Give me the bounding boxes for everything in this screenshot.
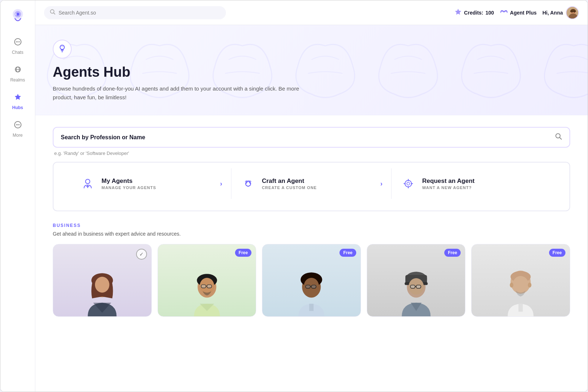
sidebar-item-chats[interactable]: Chats bbox=[3, 34, 32, 59]
agent-plus-label: Agent Plus bbox=[510, 10, 537, 16]
header: Credits: 100 Agent Plus Hi, Anna bbox=[35, 0, 588, 25]
sidebar-item-realms-label: Realms bbox=[10, 77, 25, 83]
svg-point-13 bbox=[17, 124, 18, 125]
svg-rect-47 bbox=[201, 285, 206, 288]
svg-point-6 bbox=[17, 41, 18, 43]
svg-point-2 bbox=[16, 13, 19, 16]
craft-agent-icon bbox=[240, 176, 256, 192]
credits-label: Credits: bbox=[464, 10, 483, 16]
business-section: BUSINESS Get ahead in business with expe… bbox=[35, 223, 588, 328]
svg-point-74 bbox=[510, 283, 513, 288]
agent-card-4[interactable]: Free bbox=[367, 244, 466, 317]
hero-icon bbox=[53, 40, 72, 59]
svg-rect-48 bbox=[207, 285, 211, 288]
agent-card-2[interactable]: Free bbox=[158, 244, 257, 317]
agent-badge-2: Free bbox=[235, 249, 251, 257]
business-description: Get ahead in business with expert advice… bbox=[53, 231, 570, 237]
header-right: Credits: 100 Agent Plus Hi, Anna bbox=[454, 6, 579, 19]
svg-point-14 bbox=[19, 124, 20, 125]
hub-search-section: e.g. 'Randy' or 'Software Developer' bbox=[35, 115, 588, 162]
agent-badge-3: Free bbox=[339, 249, 356, 257]
agent-plus-badge: Agent Plus bbox=[500, 9, 537, 16]
search-icon bbox=[50, 9, 56, 16]
svg-rect-60 bbox=[311, 285, 316, 288]
svg-point-29 bbox=[86, 179, 90, 184]
hub-search-input[interactable] bbox=[61, 134, 551, 141]
more-icon bbox=[13, 120, 22, 131]
svg-point-22 bbox=[574, 11, 575, 13]
svg-rect-59 bbox=[306, 285, 310, 288]
hub-search-bar[interactable] bbox=[53, 127, 570, 148]
header-search-input[interactable] bbox=[59, 10, 220, 16]
my-agents-arrow: › bbox=[220, 180, 222, 188]
svg-point-3 bbox=[15, 13, 17, 15]
agents-grid: ✓ Free bbox=[53, 244, 570, 317]
svg-point-12 bbox=[16, 124, 17, 125]
svg-point-27 bbox=[556, 134, 560, 138]
hero-description: Browse hundreds of done-for-you AI agent… bbox=[53, 84, 307, 102]
sidebar-item-hubs[interactable]: Hubs bbox=[3, 89, 32, 114]
craft-agent-arrow: › bbox=[380, 180, 382, 188]
sidebar-item-chats-label: Chats bbox=[12, 50, 23, 55]
hubs-icon bbox=[13, 93, 22, 104]
agent-card-1[interactable]: ✓ bbox=[53, 244, 152, 317]
agent-card-3[interactable]: Free bbox=[262, 244, 361, 317]
craft-agent-subtitle: CREATE A CUSTOM ONE bbox=[262, 185, 375, 190]
svg-point-36 bbox=[407, 182, 410, 185]
my-agents-text: My Agents MANAGE YOUR AGENTS bbox=[102, 177, 214, 190]
agent-plus-icon bbox=[500, 9, 508, 16]
my-agents-subtitle: MANAGE YOUR AGENTS bbox=[102, 185, 214, 190]
my-agents-icon bbox=[80, 176, 96, 192]
craft-agent-text: Craft an Agent CREATE A CUSTOM ONE bbox=[262, 177, 375, 190]
request-agent-icon bbox=[400, 176, 416, 192]
craft-agent-title: Craft an Agent bbox=[262, 177, 375, 185]
credits-badge: Credits: 100 bbox=[454, 8, 494, 17]
agent-check-badge-1: ✓ bbox=[136, 249, 147, 260]
agent-card-5[interactable]: Free bbox=[471, 244, 570, 317]
svg-marker-17 bbox=[455, 9, 461, 15]
request-agent-card[interactable]: Request an Agent WANT A NEW AGENT? bbox=[392, 168, 552, 199]
sidebar-item-more[interactable]: More bbox=[3, 117, 32, 141]
user-avatar[interactable] bbox=[566, 6, 579, 19]
svg-point-5 bbox=[16, 41, 17, 43]
credits-icon bbox=[454, 8, 462, 17]
user-greeting: Hi, Anna bbox=[543, 6, 579, 19]
craft-agent-card[interactable]: Craft an Agent CREATE A CUSTOM ONE › bbox=[231, 168, 392, 199]
sidebar-item-realms[interactable]: Realms bbox=[3, 61, 32, 86]
svg-point-73 bbox=[513, 276, 529, 293]
svg-rect-25 bbox=[61, 49, 64, 51]
my-agents-card[interactable]: My Agents MANAGE YOUR AGENTS › bbox=[71, 168, 231, 199]
svg-rect-26 bbox=[61, 51, 63, 52]
svg-point-35 bbox=[405, 180, 412, 187]
my-agents-title: My Agents bbox=[102, 177, 214, 185]
chats-icon bbox=[13, 37, 22, 48]
search-hint: e.g. 'Randy' or 'Software Developer' bbox=[53, 151, 570, 156]
svg-point-7 bbox=[19, 41, 20, 43]
action-cards: My Agents MANAGE YOUR AGENTS › bbox=[53, 162, 570, 211]
hub-search-icon[interactable] bbox=[555, 133, 562, 142]
agent-badge-4: Free bbox=[444, 249, 461, 257]
svg-rect-62 bbox=[309, 304, 314, 311]
svg-point-21 bbox=[572, 11, 573, 13]
sidebar-item-hubs-label: Hubs bbox=[12, 105, 23, 110]
request-agent-title: Request an Agent bbox=[422, 177, 543, 185]
request-agent-text: Request an Agent WANT A NEW AGENT? bbox=[422, 177, 543, 190]
greeting-text: Hi, Anna bbox=[543, 10, 563, 16]
realms-icon bbox=[13, 65, 22, 76]
main-content: Credits: 100 Agent Plus Hi, Anna bbox=[35, 0, 588, 392]
avatar-image bbox=[567, 7, 578, 19]
svg-point-43 bbox=[95, 277, 110, 293]
logo[interactable] bbox=[7, 5, 29, 27]
svg-rect-68 bbox=[410, 285, 415, 288]
svg-line-28 bbox=[560, 138, 562, 140]
content-area: Agents Hub Browse hundreds of done-for-y… bbox=[35, 25, 588, 392]
agent-badge-5: Free bbox=[549, 249, 565, 257]
credits-value: 100 bbox=[485, 10, 494, 16]
sidebar: Chats Realms Hubs More bbox=[0, 0, 35, 392]
svg-line-16 bbox=[54, 13, 55, 14]
header-search[interactable] bbox=[44, 6, 226, 19]
business-label: BUSINESS bbox=[53, 223, 570, 228]
svg-rect-76 bbox=[519, 304, 523, 312]
svg-point-75 bbox=[528, 283, 532, 288]
request-agent-subtitle: WANT A NEW AGENT? bbox=[422, 185, 543, 190]
